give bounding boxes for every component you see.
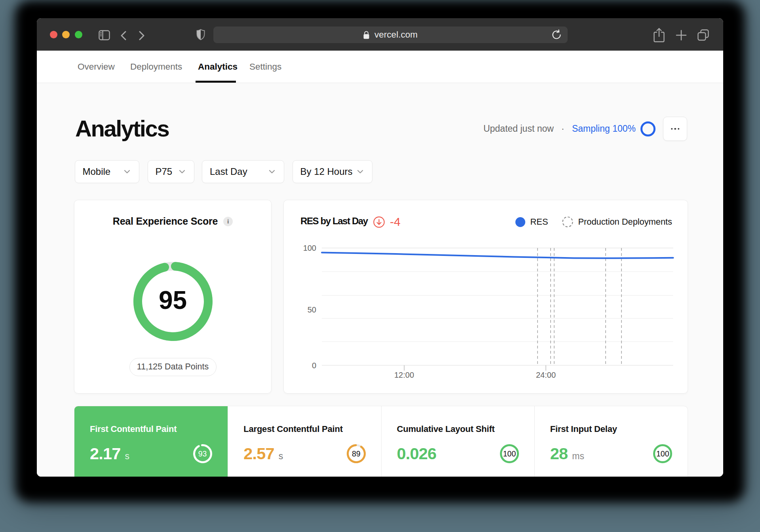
svg-text:50: 50 [308, 305, 316, 314]
svg-text:24:00: 24:00 [536, 371, 556, 379]
svg-text:100: 100 [303, 244, 316, 252]
svg-text:0: 0 [312, 361, 316, 370]
svg-text:12:00: 12:00 [394, 371, 414, 379]
